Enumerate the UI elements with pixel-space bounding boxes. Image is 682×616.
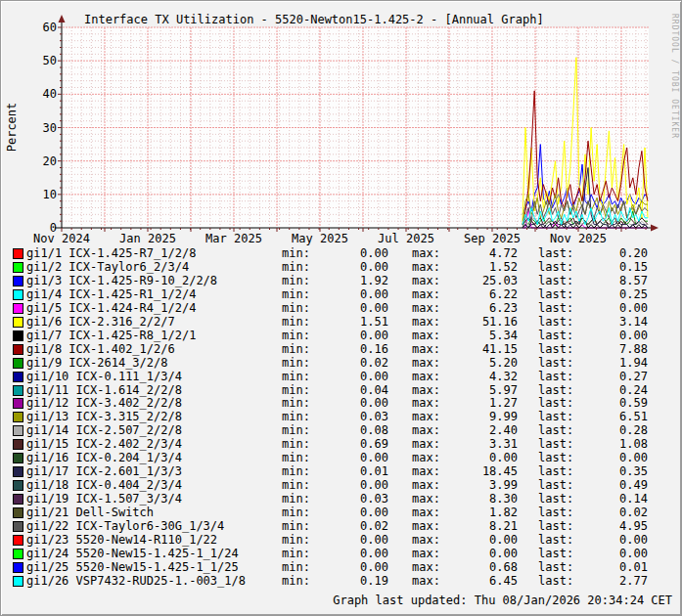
legend-last-value: 8.57 bbox=[573, 275, 648, 287]
legend-max-value: 6.45 bbox=[443, 575, 518, 588]
legend-color-swatch bbox=[13, 494, 23, 505]
legend-min-label: min: bbox=[282, 452, 310, 464]
legend-interface-label: gi1/23 5520-New14-R110_1/22 bbox=[26, 534, 217, 547]
legend-min-value: 0.00 bbox=[314, 247, 388, 260]
legend-max-label: max: bbox=[412, 575, 440, 588]
last-updated-text: Graph last updated: Thu 08/Jan/2026 20:3… bbox=[333, 594, 672, 607]
legend-row: gi1/15 ICX-2.402_2/3/4 min: 0.69 max: 3.… bbox=[1, 438, 682, 452]
legend-color-swatch bbox=[13, 521, 23, 532]
legend-interface-label: gi1/14 ICX-2.507_2/2/8 bbox=[26, 424, 182, 437]
x-axis-tick-labels: Nov 2024Jan 2025Mar 2025May 2025Jul 2025… bbox=[1, 232, 682, 245]
legend-row: gi1/10 ICX-0.111_1/3/4 min: 0.00 max: 4.… bbox=[1, 371, 682, 384]
legend-last-value: 0.15 bbox=[573, 261, 648, 274]
legend-max-label: max: bbox=[412, 316, 440, 329]
legend-last-label: last: bbox=[538, 330, 573, 342]
legend-last-label: last: bbox=[538, 479, 573, 492]
x-tick-label: May 2025 bbox=[292, 232, 348, 245]
legend-last-value: 0.00 bbox=[573, 452, 648, 464]
legend-interface-label: gi1/5 ICX-1.424-R4_1/2/4 bbox=[26, 302, 196, 315]
legend-max-label: max: bbox=[412, 424, 440, 437]
legend-max-value: 9.99 bbox=[443, 411, 518, 423]
legend-interface-label: gi1/21 Dell-Switch bbox=[26, 506, 154, 519]
legend-color-swatch bbox=[13, 576, 23, 587]
legend-row: gi1/16 ICX-0.204_1/3/4 min: 0.00 max: 0.… bbox=[1, 452, 682, 465]
legend-row: gi1/9 ICX-2614_3/2/8 min: 0.02 max: 5.20… bbox=[1, 357, 682, 371]
legend-min-label: min: bbox=[282, 371, 310, 383]
legend-color-swatch bbox=[13, 562, 23, 573]
legend-min-value: 0.69 bbox=[314, 438, 388, 451]
legend-color-swatch bbox=[13, 372, 23, 382]
legend-interface-label: gi1/22 ICX-Taylor6-30G_1/3/4 bbox=[26, 520, 224, 533]
y-tick-label: 30 bbox=[1, 121, 57, 135]
legend-interface-label: gi1/19 ICX-1.507_3/3/4 bbox=[26, 493, 182, 506]
legend-last-value: 3.14 bbox=[573, 316, 648, 329]
legend-last-label: last: bbox=[538, 520, 573, 533]
legend-last-value: 0.02 bbox=[573, 506, 648, 519]
x-tick-label: Sep 2025 bbox=[464, 232, 521, 245]
legend-color-swatch bbox=[13, 262, 23, 273]
legend-min-label: min: bbox=[282, 343, 310, 356]
legend-color-swatch bbox=[13, 317, 23, 328]
legend-min-label: min: bbox=[282, 548, 310, 560]
legend-last-value: 0.25 bbox=[573, 288, 648, 301]
legend-interface-label: gi1/16 ICX-0.204_1/3/4 bbox=[26, 452, 182, 464]
legend-max-label: max: bbox=[412, 302, 440, 315]
legend-max-label: max: bbox=[412, 520, 440, 533]
legend-min-value: 0.00 bbox=[314, 534, 388, 547]
rrdtool-graph-image: Interface TX Utilization - 5520-Newton15… bbox=[0, 0, 682, 616]
legend-last-value: 0.00 bbox=[573, 302, 648, 315]
legend-row: gi1/4 ICX-1.425-R1_1/2/4 min: 0.00 max: … bbox=[1, 288, 682, 302]
legend-max-value: 1.27 bbox=[443, 397, 518, 410]
legend-color-swatch bbox=[13, 358, 23, 369]
legend-min-label: min: bbox=[282, 520, 310, 533]
x-tick-label: Nov 2025 bbox=[550, 232, 607, 245]
legend-max-value: 51.16 bbox=[443, 316, 518, 329]
legend-last-value: 0.00 bbox=[573, 330, 648, 342]
legend-interface-label: gi1/7 ICX-1.425-R8_1/2/1 bbox=[26, 330, 196, 342]
legend-min-label: min: bbox=[282, 288, 310, 301]
legend-color-swatch bbox=[13, 549, 23, 559]
legend-row: gi1/8 ICX-1.402_1/2/6 min: 0.16 max: 41.… bbox=[1, 343, 682, 357]
legend-color-swatch bbox=[13, 385, 23, 396]
legend-last-label: last: bbox=[538, 548, 573, 560]
legend-max-label: max: bbox=[412, 330, 440, 342]
legend-max-value: 8.21 bbox=[443, 520, 518, 533]
legend-max-label: max: bbox=[412, 534, 440, 547]
legend-max-label: max: bbox=[412, 493, 440, 506]
legend-max-label: max: bbox=[412, 506, 440, 519]
y-tick-label: 50 bbox=[1, 54, 57, 67]
legend-last-label: last: bbox=[538, 316, 573, 329]
legend-min-value: 0.00 bbox=[314, 302, 388, 315]
legend-interface-label: gi1/17 ICX-2.601_1/3/3 bbox=[26, 465, 182, 478]
legend-row: gi1/25 5520-New15-1.425-1_1/25 min: 0.00… bbox=[1, 561, 682, 575]
legend-min-value: 1.51 bbox=[314, 316, 388, 329]
legend-last-value: 0.24 bbox=[573, 384, 648, 397]
legend-min-label: min: bbox=[282, 493, 310, 506]
legend-color-swatch bbox=[13, 330, 23, 341]
legend-min-label: min: bbox=[282, 534, 310, 547]
legend-min-value: 1.92 bbox=[314, 275, 388, 287]
legend-last-label: last: bbox=[538, 506, 573, 519]
legend-last-label: last: bbox=[538, 575, 573, 588]
legend-last-value: 0.59 bbox=[573, 397, 648, 410]
legend-interface-label: gi1/10 ICX-0.111_1/3/4 bbox=[26, 371, 182, 383]
legend-min-value: 0.03 bbox=[314, 493, 388, 506]
legend-min-label: min: bbox=[282, 247, 310, 260]
legend-min-label: min: bbox=[282, 397, 310, 410]
legend-max-label: max: bbox=[412, 357, 440, 370]
legend-row: gi1/6 ICX-2.316_2/2/7 min: 1.51 max: 51.… bbox=[1, 316, 682, 330]
legend-max-label: max: bbox=[412, 561, 440, 574]
legend-min-value: 0.19 bbox=[314, 575, 388, 588]
legend-interface-label: gi1/3 ICX-1.425-R9-10_2/2/8 bbox=[26, 275, 217, 287]
legend-max-label: max: bbox=[412, 261, 440, 274]
legend-last-label: last: bbox=[538, 275, 573, 287]
legend-min-value: 0.00 bbox=[314, 371, 388, 383]
legend-max-value: 0.00 bbox=[443, 534, 518, 547]
chart-plot-area bbox=[1, 1, 682, 245]
legend-max-label: max: bbox=[412, 411, 440, 423]
y-tick-label: 10 bbox=[1, 188, 57, 201]
legend-last-label: last: bbox=[538, 343, 573, 356]
legend-min-value: 0.00 bbox=[314, 288, 388, 301]
legend-max-label: max: bbox=[412, 465, 440, 478]
legend-interface-label: gi1/13 ICX-3.315_2/2/8 bbox=[26, 411, 182, 423]
